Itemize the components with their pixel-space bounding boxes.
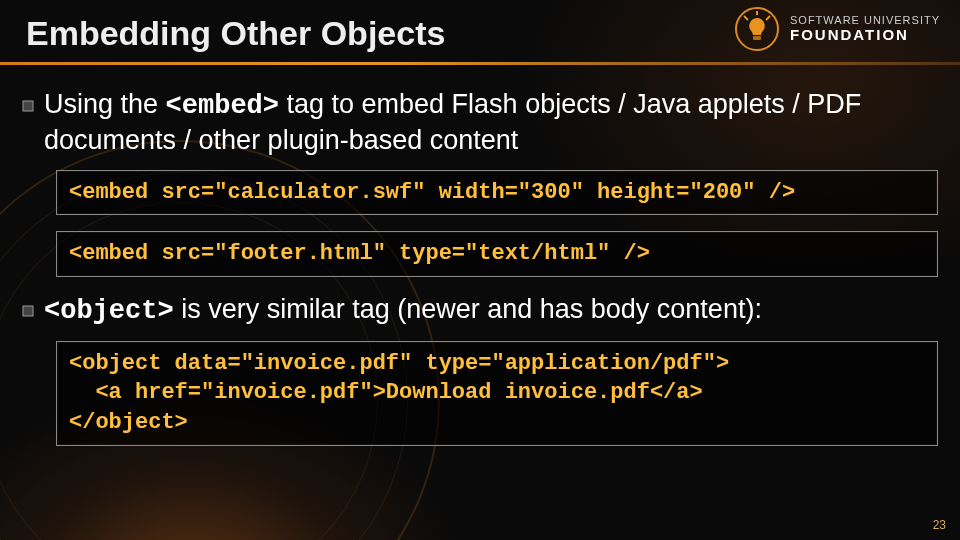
code-block: <object data="invoice.pdf" type="applica…	[56, 341, 938, 446]
logo-text-line2: FOUNDATION	[790, 27, 940, 43]
brand-logo: SOFTWARE UNIVERSITY FOUNDATION	[734, 6, 940, 52]
slide-title: Embedding Other Objects	[26, 14, 445, 53]
bullet-marker-icon	[22, 305, 36, 317]
svg-rect-1	[753, 36, 761, 40]
code-block: <embed src="footer.html" type="text/html…	[56, 231, 938, 277]
svg-line-2	[744, 16, 748, 20]
lightbulb-icon	[734, 6, 780, 52]
svg-rect-5	[23, 101, 33, 111]
bullet-item: Using the <embed> tag to embed Flash obj…	[22, 88, 938, 158]
bullet-text-post: is very similar tag (newer and has body …	[174, 294, 762, 324]
bullet-item: <object> is very similar tag (newer and …	[22, 293, 938, 329]
slide-body: Using the <embed> tag to embed Flash obj…	[22, 88, 938, 462]
bullet-inline-code: <embed>	[166, 91, 279, 121]
svg-rect-6	[23, 306, 33, 316]
svg-line-3	[766, 16, 770, 20]
code-block: <embed src="calculator.swf" width="300" …	[56, 170, 938, 216]
bullet-inline-code: <object>	[44, 296, 174, 326]
title-underline	[0, 62, 960, 65]
page-number: 23	[933, 518, 946, 532]
bullet-marker-icon	[22, 100, 36, 112]
bullet-text-pre: Using the	[44, 89, 166, 119]
